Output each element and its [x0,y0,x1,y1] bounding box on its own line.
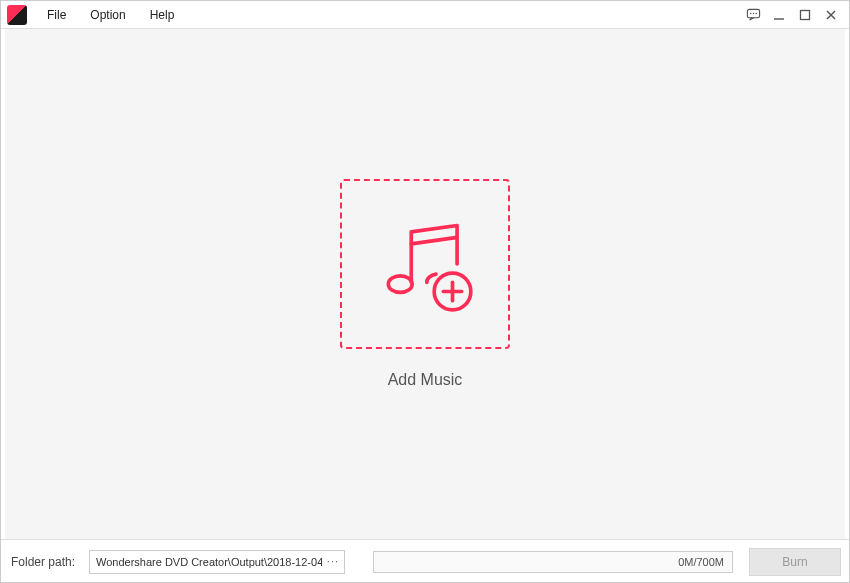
svg-point-9 [388,276,412,293]
music-plus-icon [370,209,480,319]
add-music-label: Add Music [388,371,463,389]
disc-capacity-text: 0M/700M [678,556,724,568]
disc-capacity-bar: 0M/700M [373,551,733,573]
svg-point-3 [755,13,757,15]
minimize-button[interactable] [771,7,787,23]
menu-option[interactable]: Option [78,1,137,29]
svg-rect-5 [801,10,810,19]
window-controls [745,7,849,23]
add-music-dropzone[interactable] [340,179,510,349]
folder-path-input[interactable] [89,550,345,574]
titlebar: File Option Help [1,1,849,29]
footer-bar: Folder path: ··· 0M/700M Burn [1,539,849,583]
menu-help[interactable]: Help [138,1,187,29]
menu-bar: File Option Help [35,1,186,29]
svg-point-1 [749,13,751,15]
feedback-icon[interactable] [745,7,761,23]
content-area: Add Music [1,29,849,539]
svg-line-8 [411,237,457,243]
app-logo-icon [7,5,27,25]
menu-file[interactable]: File [35,1,78,29]
close-button[interactable] [823,7,839,23]
folder-path-label: Folder path: [9,555,81,569]
svg-point-2 [752,13,754,15]
burn-button[interactable]: Burn [749,548,841,576]
maximize-button[interactable] [797,7,813,23]
browse-folder-button[interactable]: ··· [325,550,341,574]
folder-path-field-wrap: ··· [89,550,345,574]
